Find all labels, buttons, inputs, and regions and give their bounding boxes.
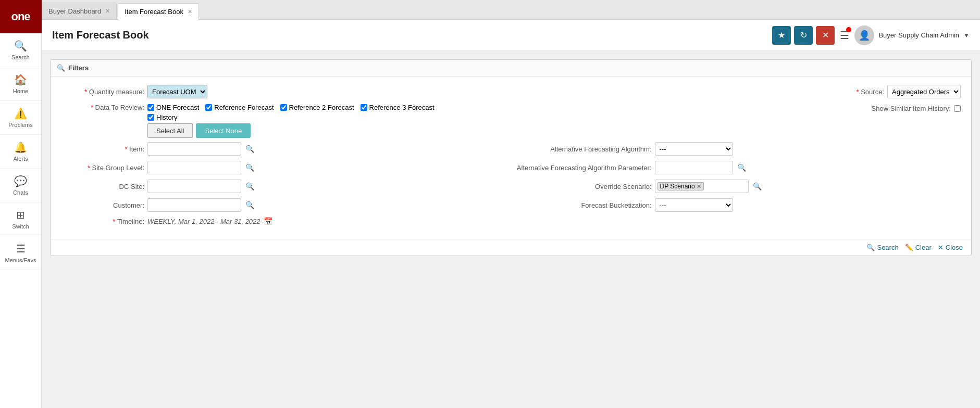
forecast-bucketization-label: Forecast Bucketization:: [516, 201, 652, 209]
filters-footer: 🔍 Search ✏️ Clear ✕ Close: [51, 239, 971, 256]
sidebar-item-problems-label: Problems: [8, 122, 32, 128]
override-scenario-input[interactable]: DP Scenario ✕: [655, 180, 749, 193]
timeline-calendar-button[interactable]: 📅: [264, 217, 272, 225]
refresh-button[interactable]: ↻: [794, 26, 813, 45]
alt-forecast-alg-label: Alternative Forecasting Algorithm:: [516, 145, 652, 153]
sidebar-item-chats[interactable]: 💬 Chats: [0, 169, 41, 202]
history-checkbox-label[interactable]: History: [147, 113, 177, 121]
customer-input[interactable]: [147, 198, 241, 212]
app-logo[interactable]: one: [0, 0, 42, 33]
reference-2-forecast-label: Reference 2 Forecast: [289, 104, 354, 111]
reference-3-forecast-label: Reference 3 Forecast: [369, 104, 435, 111]
tab-buyer-dashboard-close[interactable]: ✕: [105, 8, 110, 14]
filter-grid: Item: 🔍 Alternative Forecasting Algorith…: [61, 142, 961, 217]
alt-forecast-alg-param-row: Alternative Forecasting Algorithm Parame…: [516, 161, 961, 174]
user-name: Buyer Supply Chain Admin: [878, 31, 959, 39]
item-input[interactable]: [147, 142, 241, 156]
dp-scenario-tag-close[interactable]: ✕: [697, 183, 701, 190]
source-label: Source:: [842, 88, 884, 96]
reference-2-forecast-checkbox[interactable]: [280, 104, 287, 111]
customer-label: Customer:: [61, 201, 144, 209]
filters-panel: 🔍 Filters Quantity measure: Forecast UOM…: [50, 59, 972, 256]
timeline-value: WEEKLY, Mar 1, 2022 - Mar 31, 2022: [147, 218, 260, 225]
sidebar-item-switch[interactable]: ⊞ Switch: [0, 202, 41, 236]
tab-item-forecast-book-close[interactable]: ✕: [188, 9, 192, 15]
sidebar-item-switch-label: Switch: [12, 223, 29, 230]
tab-buyer-dashboard-label: Buyer Dashboard: [48, 7, 101, 15]
clear-button[interactable]: ✏️ Clear: [905, 244, 932, 251]
site-group-level-search-button[interactable]: 🔍: [244, 162, 255, 173]
page-header: Item Forecast Book ★ ↻ ✕ ☰ 👤 Buyer Suppl…: [42, 20, 980, 51]
sidebar-item-home[interactable]: 🏠 Home: [0, 67, 41, 101]
sidebar-item-alerts[interactable]: 🔔 Alerts: [0, 135, 41, 169]
override-scenario-search-button[interactable]: 🔍: [752, 181, 763, 192]
user-section[interactable]: 👤 Buyer Supply Chain Admin ▼: [854, 26, 970, 45]
close-page-button[interactable]: ✕: [816, 26, 835, 45]
data-to-review-checkboxes: ONE Forecast Reference Forecast Referenc…: [147, 104, 435, 121]
forecast-bucketization-row: Forecast Bucketization: ---: [516, 198, 961, 212]
dc-site-label: DC Site:: [61, 183, 144, 190]
override-scenario-row: Override Scenario: DP Scenario ✕ 🔍: [516, 180, 961, 193]
quantity-measure-select[interactable]: Forecast UOM Each Case: [147, 85, 207, 98]
menus-icon: ☰: [16, 243, 26, 255]
tab-buyer-dashboard[interactable]: Buyer Dashboard ✕: [42, 3, 117, 19]
home-icon: 🏠: [14, 73, 27, 86]
search-icon: 🔍: [14, 40, 27, 52]
sidebar-item-search[interactable]: 🔍 Search: [0, 33, 41, 67]
alt-forecast-alg-param-label: Alternative Forecasting Algorithm Parame…: [516, 164, 652, 172]
menu-button[interactable]: ☰: [838, 27, 851, 44]
favorite-button[interactable]: ★: [772, 26, 791, 45]
warning-icon: ⚠️: [14, 107, 27, 120]
reference-forecast-label: Reference Forecast: [214, 104, 274, 111]
sidebar-item-problems[interactable]: ⚠️ Problems: [0, 101, 41, 135]
show-similar-item-label: Show Similar Item History:: [872, 105, 951, 112]
dc-site-row: DC Site: 🔍: [61, 180, 506, 193]
customer-row: Customer: 🔍: [61, 198, 506, 212]
search-button[interactable]: 🔍 Search: [866, 244, 898, 251]
sidebar: one 🔍 Search 🏠 Home ⚠️ Problems 🔔 Alerts…: [0, 0, 42, 408]
filters-body: Quantity measure: Forecast UOM Each Case…: [51, 76, 971, 239]
quantity-measure-label: Quantity measure:: [61, 88, 144, 96]
reference-forecast-checkbox[interactable]: [205, 104, 212, 111]
one-forecast-checkbox[interactable]: [147, 104, 154, 111]
tab-item-forecast-book[interactable]: Item Forecast Book ✕: [118, 3, 199, 20]
data-to-review-label: Data To Review:: [61, 104, 144, 111]
reference-forecast-checkbox-label[interactable]: Reference Forecast: [205, 104, 274, 111]
filter-icon: 🔍: [57, 64, 65, 72]
tab-bar: Buyer Dashboard ✕ Item Forecast Book ✕: [42, 0, 980, 20]
switch-icon: ⊞: [16, 209, 25, 221]
dc-site-search-button[interactable]: 🔍: [244, 181, 255, 192]
close-button[interactable]: ✕ Close: [938, 244, 963, 251]
alt-forecast-alg-select[interactable]: ---: [655, 142, 733, 156]
reference-2-forecast-checkbox-label[interactable]: Reference 2 Forecast: [280, 104, 354, 111]
reference-3-forecast-checkbox[interactable]: [361, 104, 367, 111]
show-similar-item-checkbox[interactable]: [954, 105, 961, 112]
header-actions: ★ ↻ ✕ ☰ 👤 Buyer Supply Chain Admin ▼: [772, 26, 970, 45]
sidebar-item-chats-label: Chats: [13, 189, 28, 196]
close-icon: ✕: [938, 244, 944, 251]
item-label: Item:: [61, 145, 144, 153]
select-none-button[interactable]: Select None: [196, 123, 251, 138]
site-group-level-row: Site Group Level: 🔍: [61, 161, 506, 174]
alt-forecast-alg-param-input[interactable]: [655, 161, 733, 174]
alt-forecast-alg-param-search-button[interactable]: 🔍: [736, 162, 747, 173]
dp-scenario-tag-text: DP Scenario: [660, 183, 695, 190]
reference-3-forecast-checkbox-label[interactable]: Reference 3 Forecast: [361, 104, 435, 111]
item-row: Item: 🔍: [61, 142, 506, 156]
item-search-button[interactable]: 🔍: [244, 144, 255, 154]
one-forecast-checkbox-label[interactable]: ONE Forecast: [147, 104, 199, 111]
dp-scenario-tag: DP Scenario ✕: [658, 182, 704, 190]
sidebar-item-menus-favs[interactable]: ☰ Menus/Favs: [0, 236, 41, 270]
customer-search-button[interactable]: 🔍: [244, 200, 255, 210]
page-title: Item Forecast Book: [52, 29, 772, 41]
site-group-level-input[interactable]: [147, 161, 241, 174]
search-footer-label: Search: [877, 244, 898, 251]
source-select[interactable]: Aggregated Orders: [887, 85, 961, 98]
history-checkbox[interactable]: [147, 114, 154, 121]
forecast-bucketization-select[interactable]: ---: [655, 198, 733, 212]
dc-site-input[interactable]: [147, 180, 241, 193]
select-all-button[interactable]: Select All: [147, 123, 193, 138]
sidebar-item-search-label: Search: [11, 54, 30, 60]
one-forecast-label: ONE Forecast: [156, 104, 199, 111]
history-label: History: [156, 113, 177, 121]
